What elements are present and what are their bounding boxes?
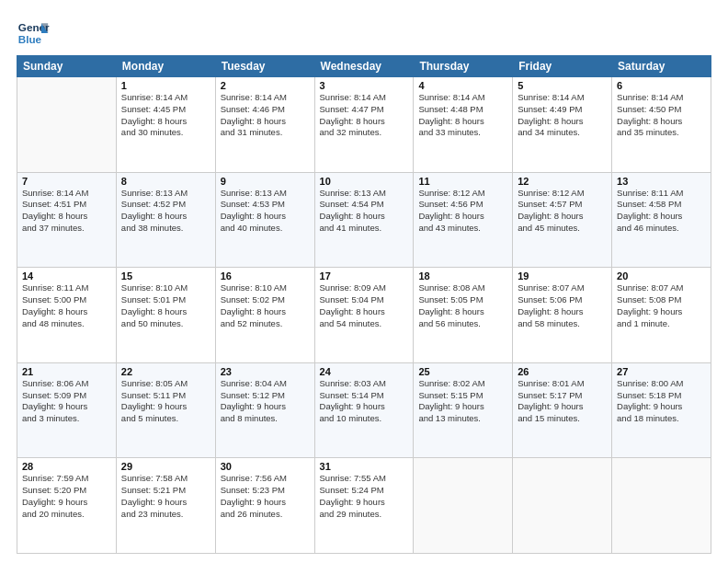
day-info: Sunrise: 8:12 AMSunset: 4:56 PMDaylight:… bbox=[418, 188, 507, 235]
svg-text:Blue: Blue bbox=[18, 33, 42, 45]
day-info: Sunrise: 8:14 AMSunset: 4:49 PMDaylight:… bbox=[518, 92, 607, 139]
weekday-friday: Friday bbox=[513, 56, 612, 77]
calendar-cell: 26Sunrise: 8:01 AMSunset: 5:17 PMDayligh… bbox=[513, 362, 612, 458]
weekday-header-row: SundayMondayTuesdayWednesdayThursdayFrid… bbox=[17, 56, 711, 77]
day-number: 10 bbox=[320, 176, 409, 187]
day-info: Sunrise: 7:58 AMSunset: 5:21 PMDaylight:… bbox=[121, 473, 210, 520]
calendar-cell: 10Sunrise: 8:13 AMSunset: 4:54 PMDayligh… bbox=[314, 172, 414, 268]
day-number: 7 bbox=[22, 176, 111, 187]
weekday-saturday: Saturday bbox=[612, 56, 711, 77]
calendar-cell: 17Sunrise: 8:09 AMSunset: 5:04 PMDayligh… bbox=[314, 268, 414, 363]
day-info: Sunrise: 7:56 AMSunset: 5:23 PMDaylight:… bbox=[221, 473, 310, 520]
day-info: Sunrise: 8:05 AMSunset: 5:11 PMDaylight:… bbox=[121, 378, 210, 425]
page: General Blue SundayMondayTuesdayWednesda… bbox=[0, 0, 728, 563]
day-number: 4 bbox=[418, 80, 507, 91]
day-info: Sunrise: 8:14 AMSunset: 4:50 PMDaylight:… bbox=[617, 92, 706, 139]
calendar-cell: 8Sunrise: 8:13 AMSunset: 4:52 PMDaylight… bbox=[116, 172, 215, 268]
calendar-cell: 15Sunrise: 8:10 AMSunset: 5:01 PMDayligh… bbox=[116, 268, 215, 363]
calendar-cell: 18Sunrise: 8:08 AMSunset: 5:05 PMDayligh… bbox=[414, 268, 513, 363]
week-row-2: 14Sunrise: 8:11 AMSunset: 5:00 PMDayligh… bbox=[17, 268, 711, 363]
calendar-cell: 1Sunrise: 8:14 AMSunset: 4:45 PMDaylight… bbox=[116, 77, 215, 173]
day-info: Sunrise: 8:03 AMSunset: 5:14 PMDaylight:… bbox=[320, 378, 409, 425]
calendar-table: SundayMondayTuesdayWednesdayThursdayFrid… bbox=[17, 55, 711, 554]
day-info: Sunrise: 8:00 AMSunset: 5:18 PMDaylight:… bbox=[617, 378, 706, 425]
day-number: 14 bbox=[22, 270, 111, 282]
calendar-cell bbox=[17, 77, 117, 173]
weekday-thursday: Thursday bbox=[414, 56, 513, 77]
calendar-cell: 4Sunrise: 8:14 AMSunset: 4:48 PMDaylight… bbox=[414, 77, 513, 173]
day-info: Sunrise: 8:01 AMSunset: 5:17 PMDaylight:… bbox=[518, 378, 607, 425]
day-info: Sunrise: 8:14 AMSunset: 4:48 PMDaylight:… bbox=[418, 92, 507, 139]
calendar-cell: 19Sunrise: 8:07 AMSunset: 5:06 PMDayligh… bbox=[513, 268, 612, 363]
calendar-cell: 2Sunrise: 8:14 AMSunset: 4:46 PMDaylight… bbox=[215, 77, 314, 173]
day-info: Sunrise: 8:13 AMSunset: 4:52 PMDaylight:… bbox=[121, 188, 210, 235]
day-info: Sunrise: 7:55 AMSunset: 5:24 PMDaylight:… bbox=[320, 473, 409, 520]
weekday-tuesday: Tuesday bbox=[215, 56, 314, 77]
calendar-cell: 23Sunrise: 8:04 AMSunset: 5:12 PMDayligh… bbox=[215, 362, 314, 458]
day-number: 27 bbox=[617, 366, 706, 377]
calendar-cell: 20Sunrise: 8:07 AMSunset: 5:08 PMDayligh… bbox=[612, 268, 711, 363]
day-info: Sunrise: 8:13 AMSunset: 4:54 PMDaylight:… bbox=[320, 188, 409, 235]
day-info: Sunrise: 8:04 AMSunset: 5:12 PMDaylight:… bbox=[221, 378, 310, 425]
day-number: 2 bbox=[221, 80, 310, 91]
day-number: 19 bbox=[518, 270, 607, 282]
day-number: 25 bbox=[418, 366, 507, 377]
day-number: 12 bbox=[518, 176, 607, 187]
day-number: 29 bbox=[121, 461, 210, 472]
day-number: 6 bbox=[617, 80, 706, 91]
day-info: Sunrise: 8:14 AMSunset: 4:46 PMDaylight:… bbox=[221, 92, 310, 139]
weekday-wednesday: Wednesday bbox=[314, 56, 414, 77]
calendar-cell: 25Sunrise: 8:02 AMSunset: 5:15 PMDayligh… bbox=[414, 362, 513, 458]
day-number: 24 bbox=[320, 366, 409, 377]
calendar-cell: 9Sunrise: 8:13 AMSunset: 4:53 PMDaylight… bbox=[215, 172, 314, 268]
calendar-cell: 5Sunrise: 8:14 AMSunset: 4:49 PMDaylight… bbox=[513, 77, 612, 173]
day-info: Sunrise: 8:06 AMSunset: 5:09 PMDaylight:… bbox=[22, 378, 111, 425]
day-number: 28 bbox=[22, 461, 111, 472]
calendar-cell bbox=[414, 458, 513, 554]
day-info: Sunrise: 8:09 AMSunset: 5:04 PMDaylight:… bbox=[320, 282, 409, 329]
calendar-cell: 6Sunrise: 8:14 AMSunset: 4:50 PMDaylight… bbox=[612, 77, 711, 173]
calendar-cell: 16Sunrise: 8:10 AMSunset: 5:02 PMDayligh… bbox=[215, 268, 314, 363]
calendar-cell: 28Sunrise: 7:59 AMSunset: 5:20 PMDayligh… bbox=[17, 458, 117, 554]
day-info: Sunrise: 8:10 AMSunset: 5:01 PMDaylight:… bbox=[121, 282, 210, 329]
day-number: 30 bbox=[221, 461, 310, 472]
week-row-4: 28Sunrise: 7:59 AMSunset: 5:20 PMDayligh… bbox=[17, 458, 711, 554]
weekday-sunday: Sunday bbox=[17, 56, 117, 77]
day-info: Sunrise: 8:10 AMSunset: 5:02 PMDaylight:… bbox=[221, 282, 310, 329]
day-number: 21 bbox=[22, 366, 111, 377]
day-number: 15 bbox=[121, 270, 210, 282]
calendar-cell: 11Sunrise: 8:12 AMSunset: 4:56 PMDayligh… bbox=[414, 172, 513, 268]
weekday-monday: Monday bbox=[116, 56, 215, 77]
day-number: 9 bbox=[221, 176, 310, 187]
day-info: Sunrise: 8:11 AMSunset: 4:58 PMDaylight:… bbox=[617, 188, 706, 235]
day-number: 20 bbox=[617, 270, 706, 282]
calendar-cell: 7Sunrise: 8:14 AMSunset: 4:51 PMDaylight… bbox=[17, 172, 117, 268]
day-number: 17 bbox=[320, 270, 409, 282]
day-number: 5 bbox=[518, 80, 607, 91]
week-row-0: 1Sunrise: 8:14 AMSunset: 4:45 PMDaylight… bbox=[17, 77, 711, 173]
day-number: 8 bbox=[121, 176, 210, 187]
calendar-cell bbox=[513, 458, 612, 554]
calendar-cell: 12Sunrise: 8:12 AMSunset: 4:57 PMDayligh… bbox=[513, 172, 612, 268]
calendar-cell: 3Sunrise: 8:14 AMSunset: 4:47 PMDaylight… bbox=[314, 77, 414, 173]
day-info: Sunrise: 8:02 AMSunset: 5:15 PMDaylight:… bbox=[418, 378, 507, 425]
calendar-cell: 27Sunrise: 8:00 AMSunset: 5:18 PMDayligh… bbox=[612, 362, 711, 458]
calendar-cell bbox=[612, 458, 711, 554]
calendar-cell: 29Sunrise: 7:58 AMSunset: 5:21 PMDayligh… bbox=[116, 458, 215, 554]
day-number: 31 bbox=[320, 461, 409, 472]
day-number: 23 bbox=[221, 366, 310, 377]
day-number: 3 bbox=[320, 80, 409, 91]
calendar-cell: 30Sunrise: 7:56 AMSunset: 5:23 PMDayligh… bbox=[215, 458, 314, 554]
day-number: 13 bbox=[617, 176, 706, 187]
day-info: Sunrise: 8:12 AMSunset: 4:57 PMDaylight:… bbox=[518, 188, 607, 235]
calendar-cell: 24Sunrise: 8:03 AMSunset: 5:14 PMDayligh… bbox=[314, 362, 414, 458]
day-number: 11 bbox=[418, 176, 507, 187]
calendar-cell: 21Sunrise: 8:06 AMSunset: 5:09 PMDayligh… bbox=[17, 362, 117, 458]
day-info: Sunrise: 8:07 AMSunset: 5:08 PMDaylight:… bbox=[617, 282, 706, 329]
day-info: Sunrise: 8:13 AMSunset: 4:53 PMDaylight:… bbox=[221, 188, 310, 235]
calendar-cell: 13Sunrise: 8:11 AMSunset: 4:58 PMDayligh… bbox=[612, 172, 711, 268]
logo-icon: General Blue bbox=[17, 17, 50, 50]
header: General Blue bbox=[17, 17, 711, 50]
day-number: 26 bbox=[518, 366, 607, 377]
day-number: 16 bbox=[221, 270, 310, 282]
